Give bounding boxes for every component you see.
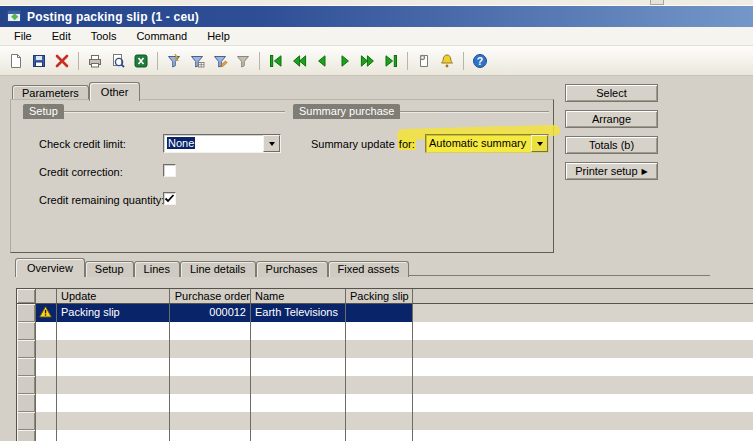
row-status-cell[interactable] (36, 322, 57, 340)
grid-row[interactable] (17, 412, 753, 430)
filter-with-pencil-icon[interactable] (209, 50, 231, 72)
grid-cell-packing_slip[interactable] (346, 376, 413, 394)
last-record-icon[interactable] (380, 50, 402, 72)
grid-cell-packing_slip[interactable] (346, 394, 413, 412)
menu-command[interactable]: Command (126, 28, 197, 44)
credit-remaining-quantity-checkbox[interactable] (163, 192, 176, 205)
grid-cell-purchase_order[interactable] (170, 358, 251, 376)
grid-cell-name[interactable] (251, 358, 346, 376)
row-status-cell[interactable] (36, 304, 57, 322)
grid-row[interactable] (17, 376, 753, 394)
grid-cell-update[interactable] (57, 376, 170, 394)
menu-edit[interactable]: Edit (42, 28, 81, 44)
grid-header-cell-update[interactable]: Update (57, 289, 170, 304)
grid-cell-update[interactable] (57, 394, 170, 412)
grid-cell-packing_slip[interactable] (346, 340, 413, 358)
grid-header-cell-name[interactable]: Name (251, 289, 346, 304)
grid-header-cell-packing_slip[interactable]: Packing slip (346, 289, 413, 304)
next-group-icon[interactable] (357, 50, 379, 72)
grid-header-cell-purchase_order[interactable]: Purchase order (170, 289, 251, 304)
grid-cell-update[interactable] (57, 340, 170, 358)
row-selector[interactable] (17, 412, 36, 430)
grid-row[interactable] (17, 322, 753, 340)
row-status-cell[interactable] (36, 412, 57, 430)
grid-cell-purchase_order[interactable] (170, 394, 251, 412)
grid-header-status[interactable] (36, 289, 57, 304)
tab-fixed-assets[interactable]: Fixed assets (328, 261, 410, 277)
menu-file[interactable]: File (4, 28, 42, 44)
menu-tools[interactable]: Tools (81, 28, 127, 44)
document-handling-icon[interactable] (413, 50, 435, 72)
grid-cell-purchase_order[interactable] (170, 430, 251, 441)
grid-row[interactable] (17, 430, 753, 441)
row-status-cell[interactable] (36, 394, 57, 412)
grid-cell-update[interactable] (57, 358, 170, 376)
row-selector[interactable] (17, 430, 36, 441)
tab-purchases[interactable]: Purchases (256, 261, 328, 277)
grid-row[interactable] (17, 358, 753, 376)
grid-cell-name[interactable] (251, 430, 346, 441)
credit-correction-checkbox[interactable] (163, 164, 176, 177)
row-selector[interactable] (17, 394, 36, 412)
remove-filter-icon[interactable] (232, 50, 254, 72)
grid-cell-packing_slip[interactable] (346, 358, 413, 376)
alerts-icon[interactable] (436, 50, 458, 72)
row-selector[interactable] (17, 376, 36, 394)
grid-cell-update[interactable] (57, 430, 170, 441)
grid-cell-packing_slip[interactable] (346, 304, 413, 322)
summary-update-for-combo[interactable]: Automatic summary (425, 134, 549, 153)
export-excel-icon[interactable] (130, 50, 152, 72)
filter-icon[interactable] (163, 50, 185, 72)
grid-cell-purchase_order[interactable] (170, 376, 251, 394)
grid-cell-packing_slip[interactable] (346, 412, 413, 430)
grid-cell-update[interactable] (57, 322, 170, 340)
filter-by-grid-icon[interactable] (186, 50, 208, 72)
grid-cell-packing_slip[interactable] (346, 430, 413, 441)
tab-overview[interactable]: Overview (15, 258, 85, 277)
row-selector[interactable] (17, 340, 36, 358)
row-selector[interactable] (17, 358, 36, 376)
tab-line-details[interactable]: Line details (180, 261, 256, 277)
grid-cell-name[interactable] (251, 412, 346, 430)
tab-setup[interactable]: Setup (85, 261, 134, 277)
tab-lines[interactable]: Lines (134, 261, 180, 277)
first-record-icon[interactable] (265, 50, 287, 72)
app-icon[interactable] (6, 8, 22, 26)
check-credit-limit-dropdown-button[interactable] (263, 135, 280, 152)
grid-cell-purchase_order[interactable] (170, 340, 251, 358)
row-status-cell[interactable] (36, 340, 57, 358)
menu-help[interactable]: Help (197, 28, 240, 44)
grid-cell-name[interactable] (251, 340, 346, 358)
row-selector[interactable] (17, 304, 36, 322)
next-record-icon[interactable] (334, 50, 356, 72)
previous-record-icon[interactable] (311, 50, 333, 72)
select-button[interactable]: Select (565, 84, 658, 102)
printer-setup-button[interactable]: Printer setup ▶ (565, 162, 658, 180)
row-status-cell[interactable] (36, 430, 57, 441)
grid-header-selector[interactable] (17, 289, 36, 304)
grid-cell-packing_slip[interactable] (346, 322, 413, 340)
save-icon[interactable] (28, 50, 50, 72)
new-icon[interactable] (5, 50, 27, 72)
print-icon[interactable] (84, 50, 106, 72)
print-preview-icon[interactable] (107, 50, 129, 72)
row-selector[interactable] (17, 322, 36, 340)
row-status-cell[interactable] (36, 376, 57, 394)
grid-row[interactable] (17, 394, 753, 412)
grid-cell-name[interactable] (251, 322, 346, 340)
tab-other[interactable]: Other (89, 82, 141, 101)
previous-group-icon[interactable] (288, 50, 310, 72)
row-status-cell[interactable] (36, 358, 57, 376)
grid-cell-purchase_order[interactable] (170, 322, 251, 340)
delete-icon[interactable] (51, 50, 73, 72)
totals-button[interactable]: Totals (b) (565, 136, 658, 154)
summary-update-for-dropdown-button[interactable] (531, 135, 548, 152)
grid-cell-purchase_order[interactable]: 000012 (170, 304, 251, 322)
grid-row[interactable] (17, 340, 753, 358)
grid-row[interactable]: Packing slip000012Earth Televisions (17, 304, 753, 322)
arrange-button[interactable]: Arrange (565, 110, 658, 128)
grid-cell-name[interactable] (251, 394, 346, 412)
grid-cell-purchase_order[interactable] (170, 412, 251, 430)
grid-cell-name[interactable]: Earth Televisions (251, 304, 346, 322)
help-icon[interactable]: ? (469, 50, 491, 72)
